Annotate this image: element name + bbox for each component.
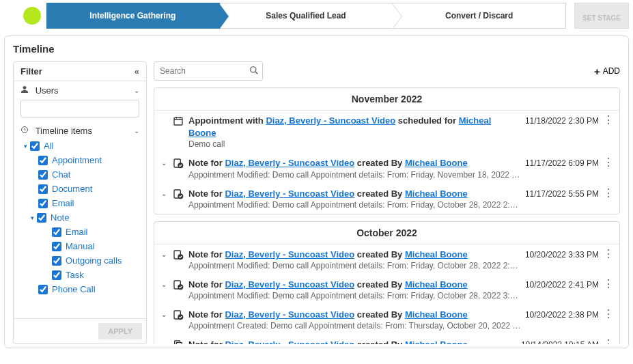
entry-link-contact[interactable]: Diaz, Beverly - Suncoast Video bbox=[225, 158, 354, 168]
entry-expand-icon[interactable]: ⌄ bbox=[160, 188, 168, 197]
entry-main: Note for Diaz, Beverly - Suncoast Video … bbox=[188, 279, 521, 300]
checkbox-appointment[interactable] bbox=[38, 156, 48, 165]
entry-menu-icon[interactable]: ⋮ bbox=[603, 188, 613, 199]
entry-link-user[interactable]: Micheal Boone bbox=[405, 279, 468, 290]
entry-link-user[interactable]: Micheal Boone bbox=[405, 158, 468, 168]
note-check-icon bbox=[172, 188, 184, 200]
set-stage-button[interactable]: SET STAGE bbox=[574, 3, 629, 29]
tree-item-note[interactable]: ▾Note bbox=[18, 210, 146, 225]
entry-link-user[interactable]: Micheal Boone bbox=[405, 309, 468, 320]
entry-menu-icon[interactable]: ⋮ bbox=[603, 309, 613, 320]
month-header: November 2022 bbox=[154, 88, 619, 111]
plus-icon: + bbox=[594, 66, 600, 77]
filter-apply-row: APPLY bbox=[14, 318, 146, 344]
entry-expand-icon[interactable]: ⌄ bbox=[160, 157, 168, 167]
entry-link-user[interactable]: Micheal Boone bbox=[405, 249, 468, 260]
entry-description: Appointment Modified: Demo call Appointm… bbox=[188, 170, 521, 180]
tree-item-phone-call[interactable]: Phone Call bbox=[18, 282, 146, 296]
entry-expand-icon[interactable]: ⌄ bbox=[160, 339, 168, 344]
tree-label: Phone Call bbox=[52, 284, 96, 294]
entry-description: Appointment Created: Demo call Appointme… bbox=[188, 321, 521, 331]
entry-menu-icon[interactable]: ⋮ bbox=[603, 339, 613, 344]
entry-title: Appointment with Diaz, Beverly - Suncoas… bbox=[188, 115, 521, 139]
tree-item-document[interactable]: Document bbox=[18, 182, 146, 196]
timeline-entry: ⌄ Note for Diaz, Beverly - Suncoast Vide… bbox=[154, 153, 619, 183]
checkbox-email[interactable] bbox=[38, 199, 48, 208]
entry-expand-icon[interactable]: ⌄ bbox=[160, 309, 168, 318]
entry-expand-icon[interactable]: ⌄ bbox=[160, 279, 168, 288]
tree-item-email[interactable]: Email bbox=[18, 196, 146, 210]
tree-item-note-manual[interactable]: Manual bbox=[18, 239, 146, 253]
stage-bar: Intelligence Gathering Sales Qualified L… bbox=[4, 3, 629, 29]
tree-item-chat[interactable]: Chat bbox=[18, 167, 146, 182]
tree-collapse-icon[interactable]: ▾ bbox=[22, 143, 29, 150]
filter-users-input[interactable] bbox=[20, 100, 139, 117]
entry-link-contact[interactable]: Diaz, Beverly - Suncoast Video bbox=[225, 279, 354, 290]
checkbox-note-email[interactable] bbox=[52, 227, 61, 237]
filter-sidebar: Filter « Users ⌄ Timeline items ⌄ bbox=[13, 61, 147, 344]
apply-button[interactable]: APPLY bbox=[98, 323, 142, 339]
search-input[interactable] bbox=[154, 61, 263, 81]
user-icon bbox=[20, 85, 31, 96]
entry-menu-icon[interactable]: ⋮ bbox=[603, 115, 613, 126]
entry-link-contact[interactable]: Diaz, Beverly - Suncoast Video bbox=[225, 309, 354, 320]
checkbox-document[interactable] bbox=[38, 184, 48, 194]
tree-item-note-outgoing-calls[interactable]: Outgoing calls bbox=[18, 253, 146, 268]
entry-title: Note for Diaz, Beverly - Suncoast Video … bbox=[188, 309, 521, 321]
tree-label: All bbox=[44, 141, 53, 151]
entry-link-user[interactable]: Micheal Boone bbox=[405, 339, 468, 344]
chevron-down-icon: ⌄ bbox=[134, 127, 139, 135]
entry-main: Note for Diaz, Beverly - Suncoast Video … bbox=[188, 188, 521, 210]
tree-label: Appointment bbox=[52, 155, 102, 165]
stage-intelligence-gathering[interactable]: Intelligence Gathering bbox=[46, 3, 220, 29]
filter-tree: ▾All Appointment Chat Document Email ▾No… bbox=[14, 136, 146, 318]
checkbox-note[interactable] bbox=[37, 213, 46, 223]
tree-item-all[interactable]: ▾All bbox=[18, 139, 146, 153]
entry-link-contact[interactable]: Diaz, Beverly - Suncoast Video bbox=[225, 339, 354, 344]
month-header: October 2022 bbox=[154, 222, 619, 244]
checkbox-note-task[interactable] bbox=[52, 270, 61, 280]
tree-label: Task bbox=[66, 270, 84, 280]
entry-description: Appointment Modified: Demo call Appointm… bbox=[188, 291, 521, 300]
entry-expand-icon[interactable] bbox=[160, 115, 168, 117]
filter-users-toggle[interactable]: Users ⌄ bbox=[20, 85, 139, 96]
filter-header-label: Filter bbox=[20, 66, 42, 76]
entry-menu-icon[interactable]: ⋮ bbox=[603, 279, 613, 290]
entry-link-contact[interactable]: Diaz, Beverly - Suncoast Video bbox=[225, 188, 354, 199]
entry-link-user[interactable]: Micheal Boone bbox=[405, 188, 468, 199]
filter-timeline-items-toggle[interactable]: Timeline items ⌄ bbox=[20, 126, 139, 136]
tree-item-note-email[interactable]: Email bbox=[18, 225, 146, 239]
checkbox-note-manual[interactable] bbox=[52, 242, 61, 251]
filter-timeline-items-section: Timeline items ⌄ bbox=[14, 122, 146, 136]
content-toolbar: + ADD bbox=[154, 61, 620, 81]
stage-sales-qualified-lead[interactable]: Sales Qualified Lead bbox=[220, 3, 393, 29]
tree-item-appointment[interactable]: Appointment bbox=[18, 153, 146, 167]
entry-link-contact[interactable]: Diaz, Beverly - Suncoast Video bbox=[225, 249, 354, 260]
collapse-filter-icon[interactable]: « bbox=[135, 66, 139, 76]
checkbox-all[interactable] bbox=[30, 141, 40, 151]
stage-convert-discard[interactable]: Convert / Discard bbox=[393, 3, 566, 29]
checkbox-note-outgoing[interactable] bbox=[52, 256, 61, 266]
tree-collapse-icon[interactable]: ▾ bbox=[29, 214, 36, 221]
entry-timestamp: 10/20/2022 3:33 PM bbox=[525, 249, 599, 260]
note-check-icon bbox=[172, 309, 184, 321]
svg-rect-2 bbox=[174, 117, 182, 125]
timeline-entry: ⌄ Note for Diaz, Beverly - Suncoast Vide… bbox=[154, 305, 619, 335]
entry-expand-icon[interactable]: ⌄ bbox=[160, 249, 168, 258]
chevron-down-icon: ⌄ bbox=[134, 87, 139, 94]
tree-item-note-task[interactable]: Task bbox=[18, 268, 146, 282]
filter-header: Filter « bbox=[14, 62, 146, 81]
tree-label: Outgoing calls bbox=[66, 255, 122, 266]
entry-timestamp: 11/17/2022 6:09 PM bbox=[525, 157, 599, 168]
note-doc-icon bbox=[172, 339, 184, 344]
entry-main: Note for Diaz, Beverly - Suncoast Video … bbox=[188, 339, 517, 344]
checkbox-chat[interactable] bbox=[38, 170, 48, 180]
entry-link-contact[interactable]: Diaz, Beverly - Suncoast Video bbox=[266, 115, 395, 126]
entry-menu-icon[interactable]: ⋮ bbox=[603, 157, 613, 168]
entry-menu-icon[interactable]: ⋮ bbox=[603, 249, 613, 260]
note-check-icon bbox=[172, 157, 184, 169]
checkbox-phone-call[interactable] bbox=[38, 285, 48, 294]
add-button[interactable]: + ADD bbox=[594, 66, 620, 77]
month-block-november: November 2022 Appointment with Diaz, Bev… bbox=[154, 87, 620, 214]
svg-rect-14 bbox=[176, 343, 182, 344]
